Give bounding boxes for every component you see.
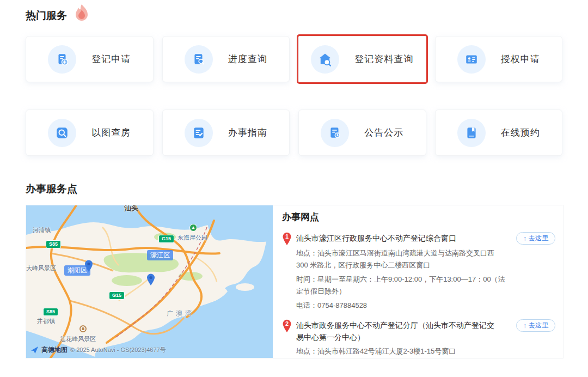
scenic-poi-icon — [79, 325, 87, 332]
map-copyright: © 2025 AutoNavi - GS(2023)4677号 — [70, 346, 166, 354]
service-card-label: 以图查房 — [91, 126, 131, 139]
map-label-hepu: 河浦镇 — [33, 226, 51, 234]
red-pin-1-icon: 1 — [282, 232, 292, 245]
location-name: 汕头市濠江区行政服务中心不动产登记综合窗口 — [296, 232, 499, 244]
service-card-announcements[interactable]: 公告公示 — [298, 110, 426, 156]
service-card-authorization-application[interactable]: 授权申请 — [435, 36, 563, 82]
go-here-button-2[interactable]: ↑ 去这里 — [516, 319, 555, 332]
location-name: 汕头市政务服务中心不动产登记分厅（汕头市不动产登记交易中心第一分中心） — [296, 319, 499, 343]
service-locations-panel: 办事网点 1 汕头市濠江区行政服务中心不动产登记综合窗口 ↑ 去这里 — [273, 205, 563, 358]
map-pin-blue-2[interactable] — [146, 273, 155, 285]
service-points-title: 办事服务点 — [26, 183, 77, 194]
map-attribution: 高德地图 © 2025 AutoNavi - GS(2023)4677号 — [30, 345, 166, 355]
doc-plus-icon — [48, 45, 76, 74]
service-card-online-appointment[interactable]: 在线预约 — [435, 110, 563, 156]
service-card-registration-data-inquiry[interactable]: 登记资料查询 — [298, 36, 426, 82]
road-shield-g15: G15 — [158, 235, 174, 243]
location-address: 地点：汕头市韩江路42号浦江大厦2-3楼1-15号窗口 — [296, 345, 507, 357]
hot-services-title: 热门服务 — [26, 10, 67, 21]
service-card-registration-application[interactable]: 登记申请 — [26, 36, 154, 82]
map-label-lianhua: 莲花峰风景区 — [60, 335, 96, 343]
service-card-service-guide[interactable]: 办事指南 — [162, 110, 290, 156]
location-address: 地点：汕头市濠江区马滘街道南山湾疏港大道与达南路交叉口西 300 米路北，区行政… — [296, 247, 507, 271]
amap-logo-text: 高德地图 — [41, 345, 68, 355]
service-card-label: 公告公示 — [364, 126, 403, 139]
location-hours: 时间：星期一至星期六：上午9:00-12:00，下午13:00—17：00（法定… — [296, 273, 507, 297]
map[interactable]: 汕头 河浦镇 ▲ 东海岸公园 G15 S85 濠江区 潮阳区 大峰风景区 — [26, 205, 273, 358]
up-arrow-icon: ↑ — [523, 235, 526, 242]
road-shield-s85: S85 — [43, 308, 58, 316]
map-label-guangao: 广澳湾 — [167, 309, 194, 318]
road-shield-s85: S85 — [46, 240, 61, 248]
road-shield-g15: G15 — [109, 291, 125, 300]
red-pin-2-icon: 2 — [282, 319, 292, 332]
service-card-label: 授权申请 — [501, 53, 540, 65]
service-points-heading: 办事服务点 — [26, 182, 588, 196]
go-here-label: 去这里 — [529, 234, 548, 243]
go-here-button-1[interactable]: ↑ 去这里 — [516, 232, 555, 245]
services-grid: 登记申请 进度查询 登记资料 — [26, 36, 562, 156]
hot-services-heading: 热门服务 — [26, 9, 588, 23]
house-search-icon — [311, 45, 339, 74]
park-poi-icon: ▲ — [189, 224, 197, 232]
service-card-label: 进度查询 — [228, 53, 267, 65]
magnifier-icon — [48, 119, 76, 147]
location-entry-1: 1 汕头市濠江区行政服务中心不动产登记综合窗口 ↑ 去这里 地点：汕头市濠江区马… — [282, 232, 555, 312]
flame-icon — [74, 3, 90, 25]
go-here-label: 去这里 — [529, 321, 548, 330]
location-phone: 电话：0754-87884528 — [296, 300, 507, 312]
service-card-label: 登记资料查询 — [354, 53, 413, 65]
map-label-city: 汕头 — [124, 205, 138, 213]
map-label-jingdu: 井都镇 — [37, 317, 55, 325]
book-bookmark-icon — [457, 119, 486, 147]
service-card-label: 在线预约 — [501, 126, 540, 139]
service-card-search-house-by-map[interactable]: 以图查房 — [26, 110, 154, 156]
map-label-donghai: 东海岸公园 — [177, 234, 207, 242]
doc-edit-icon — [185, 119, 213, 147]
service-card-label: 办事指南 — [228, 126, 267, 139]
map-label-haojiang-district: 濠江区 — [147, 250, 173, 260]
location-entry-2: 2 汕头市政务服务中心不动产登记分厅（汕头市不动产登记交易中心第一分中心） ↑ … — [282, 319, 555, 358]
up-arrow-icon: ↑ — [523, 322, 526, 330]
panel-title: 办事网点 — [282, 211, 555, 223]
id-card-icon — [457, 45, 486, 74]
amap-logo-icon — [30, 346, 39, 354]
map-label-dafeng: 大峰风景区 — [26, 264, 56, 272]
service-card-progress-inquiry[interactable]: 进度查询 — [162, 36, 290, 82]
service-card-label: 登记申请 — [91, 53, 131, 65]
map-pin-blue-1[interactable] — [84, 260, 93, 272]
doc-clock-icon — [321, 119, 349, 147]
location-number: 1 — [282, 233, 292, 240]
service-points-section: 汕头 河浦镇 ▲ 东海岸公园 G15 S85 濠江区 潮阳区 大峰风景区 — [26, 205, 564, 358]
doc-search-icon — [185, 45, 213, 74]
location-number: 2 — [282, 320, 292, 327]
